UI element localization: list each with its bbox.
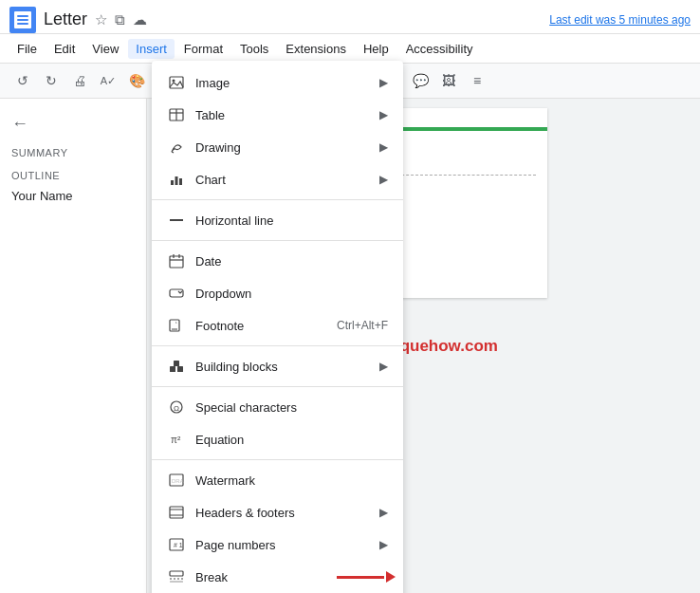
svg-rect-19 — [177, 366, 183, 372]
footnote-label: Footnote — [195, 319, 329, 333]
menu-item-footnote[interactable]: ¹ Footnote Ctrl+Alt+F — [152, 309, 403, 342]
menu-item-chart[interactable]: Chart ▶ — [152, 163, 403, 195]
building-menu-icon — [167, 357, 186, 376]
red-arrow-indicator — [337, 571, 396, 583]
svg-rect-18 — [170, 366, 175, 372]
menu-item-page-numbers[interactable]: # 1 Page numbers ▶ — [152, 528, 403, 561]
svg-point-1 — [173, 80, 175, 83]
drawing-label: Drawing — [195, 140, 376, 155]
hline-menu-icon — [167, 211, 186, 230]
menu-item-dropdown[interactable]: Dropdown — [152, 277, 403, 309]
equation-menu-icon: π² — [167, 430, 186, 449]
svg-text:DRAFT: DRAFT — [172, 478, 184, 484]
svg-rect-26 — [170, 507, 183, 518]
menu-item-building-blocks[interactable]: Building blocks ▶ — [152, 350, 403, 382]
menu-item-headers-footers[interactable]: Headers & footers ▶ — [152, 496, 403, 528]
svg-text:Ω: Ω — [174, 404, 179, 413]
menu-item-drawing[interactable]: Drawing ▶ — [152, 131, 403, 163]
image-label: Image — [195, 76, 376, 90]
svg-line-5 — [172, 152, 174, 153]
watermark-menu-icon: DRAFT — [167, 471, 186, 490]
dropdown-label: Dropdown — [195, 287, 388, 301]
menu-item-break[interactable]: Break — [152, 561, 403, 593]
red-arrow-line — [337, 576, 384, 579]
table-label: Table — [195, 108, 376, 122]
red-arrow-head — [386, 571, 396, 583]
footnote-shortcut: Ctrl+Alt+F — [337, 319, 388, 332]
menu-item-image[interactable]: Image ▶ — [152, 66, 403, 99]
svg-rect-20 — [174, 361, 179, 366]
svg-rect-10 — [170, 256, 183, 268]
svg-rect-7 — [175, 176, 178, 185]
menu-item-hline[interactable]: Horizontal line — [152, 204, 403, 236]
image-menu-icon — [167, 73, 186, 92]
drawing-arrow-icon: ▶ — [379, 140, 388, 154]
menu-item-special-chars[interactable]: Ω Special characters — [152, 391, 403, 423]
headers-arrow-icon: ▶ — [379, 506, 388, 519]
date-label: Date — [195, 254, 388, 269]
dropdown-overlay: Image ▶ Table ▶ Drawing ▶ Chart ▶ — [0, 0, 700, 593]
chart-menu-icon — [167, 170, 186, 189]
divider-3 — [152, 345, 403, 346]
building-arrow-icon: ▶ — [379, 360, 388, 373]
headers-footers-label: Headers & footers — [195, 506, 376, 520]
chart-label: Chart — [195, 173, 376, 187]
special-chars-label: Special characters — [195, 400, 388, 415]
headers-menu-icon — [167, 503, 186, 522]
pagenumbers-menu-icon: # 1 — [167, 535, 186, 554]
watermark-label: Watermark — [195, 473, 388, 488]
image-arrow-icon: ▶ — [379, 76, 388, 89]
footnote-menu-icon: ¹ — [167, 316, 186, 335]
special-menu-icon: Ω — [167, 398, 186, 417]
table-arrow-icon: ▶ — [379, 108, 388, 121]
dropdown-menu-icon — [167, 284, 186, 303]
divider-5 — [152, 459, 403, 460]
menu-item-watermark[interactable]: DRAFT Watermark — [152, 464, 403, 496]
page-numbers-arrow-icon: ▶ — [379, 538, 388, 551]
building-blocks-label: Building blocks — [195, 360, 376, 374]
chart-arrow-icon: ▶ — [379, 173, 388, 186]
svg-text:¹: ¹ — [175, 320, 177, 325]
svg-rect-33 — [170, 581, 183, 583]
divider-2 — [152, 240, 403, 241]
svg-rect-31 — [170, 571, 183, 576]
date-menu-icon — [167, 251, 186, 270]
divider-1 — [152, 199, 403, 200]
equation-label: Equation — [195, 433, 388, 447]
insert-dropdown-menu: Image ▶ Table ▶ Drawing ▶ Chart ▶ — [152, 61, 403, 593]
svg-rect-8 — [179, 178, 182, 185]
svg-text:π²: π² — [171, 435, 181, 445]
divider-4 — [152, 386, 403, 387]
svg-rect-6 — [171, 180, 174, 185]
menu-item-table[interactable]: Table ▶ — [152, 99, 403, 131]
svg-text:# 1: # 1 — [174, 542, 183, 548]
svg-rect-14 — [170, 289, 183, 297]
break-menu-icon — [167, 567, 186, 586]
table-menu-icon — [167, 105, 186, 124]
drawing-menu-icon — [167, 138, 186, 157]
menu-item-equation[interactable]: π² Equation — [152, 423, 403, 455]
hline-label: Horizontal line — [195, 213, 388, 228]
menu-item-date[interactable]: Date — [152, 245, 403, 277]
page-numbers-label: Page numbers — [195, 538, 376, 552]
